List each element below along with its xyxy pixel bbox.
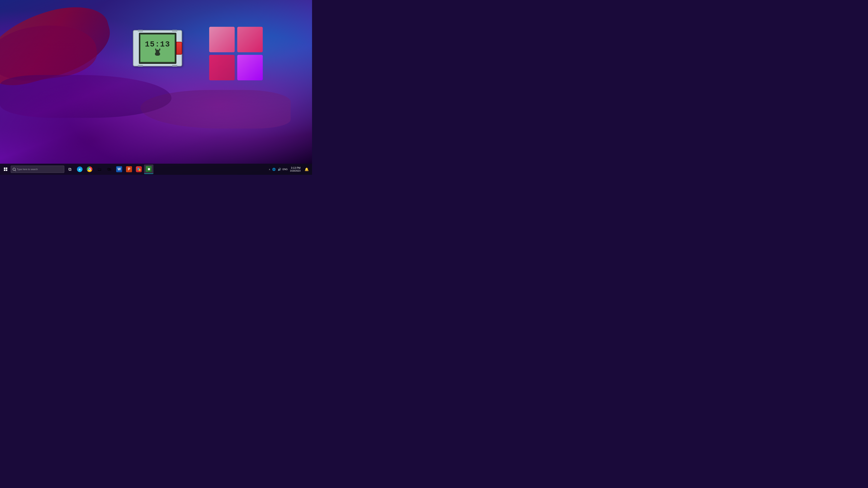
taskbar-icon-green-app[interactable]: ▦ <box>144 165 153 174</box>
search-placeholder-text: Type here to search <box>17 168 38 170</box>
pokemon-clock-widget[interactable]: 15:13 <box>133 30 182 66</box>
start-tile <box>6 167 7 169</box>
start-icon <box>4 167 7 171</box>
clock-clip <box>172 65 177 67</box>
windows-logo-grid <box>209 27 263 80</box>
tray-hidden-icons-area: ∧ <box>268 168 271 170</box>
windows-logo-desktop-icon[interactable] <box>209 27 263 80</box>
clock-clip <box>138 30 143 32</box>
store-icon: 🛍 <box>106 166 112 172</box>
tray-volume-icon[interactable]: 🔊 <box>277 165 282 173</box>
tray-keyboard-icon[interactable]: ENG <box>283 165 287 173</box>
network-icon: 🌐 <box>272 168 276 171</box>
start-button[interactable] <box>1 165 10 174</box>
taskbar-clock[interactable]: 3:13 PM 3/18/2023 <box>288 165 302 174</box>
task-view-icon: ⧉ <box>67 166 73 172</box>
pokemon-sprite <box>154 49 161 56</box>
win-tile-4 <box>237 55 263 80</box>
taskbar-icon-task-view[interactable]: ⧉ <box>65 165 74 174</box>
notification-bell-icon: 🔔 <box>305 167 309 171</box>
search-handle <box>15 170 16 171</box>
clock-red-button[interactable] <box>176 42 182 55</box>
chrome-center-dot <box>89 168 91 170</box>
search-bar[interactable]: Type here to search <box>11 166 64 173</box>
powerpoint-icon: P <box>126 166 132 172</box>
tray-chevron-icon[interactable]: ∧ <box>268 168 271 170</box>
green-app-icon: ▦ <box>146 166 152 172</box>
pokemon-body <box>155 52 160 56</box>
chrome-icon <box>87 166 92 172</box>
keyboard-icon: ENG <box>282 168 288 170</box>
clock-time-display: 15:13 <box>145 41 170 48</box>
desktop-icons-area: 15:13 <box>0 6 312 164</box>
win-tile-2 <box>237 27 263 52</box>
win-tile-1 <box>209 27 235 52</box>
edge-icon: e <box>77 166 83 172</box>
taskbar-icon-powerpoint[interactable]: P <box>124 165 134 174</box>
word-icon: W <box>116 166 122 172</box>
start-tile <box>4 169 5 171</box>
taskbar-icon-file-explorer[interactable]: 🗂 <box>95 165 104 174</box>
taskbar-app-icons: ⧉ e 🗂 🛍 W P 🎭 <box>65 165 153 174</box>
taskbar-icon-chrome[interactable] <box>85 165 94 174</box>
custom-red-app-icon: 🎭 <box>136 166 142 172</box>
clock-screen: 15:13 <box>139 33 176 64</box>
system-tray: ∧ 🌐 🔊 ENG 3:13 PM 3/18/2023 🔔 <box>268 165 311 174</box>
taskbar-icon-custom-red[interactable]: 🎭 <box>134 165 144 174</box>
file-explorer-icon: 🗂 <box>96 166 102 172</box>
volume-icon: 🔊 <box>278 168 281 171</box>
taskbar-icon-word[interactable]: W <box>115 165 124 174</box>
taskbar: Type here to search ⧉ e 🗂 🛍 W <box>0 164 312 175</box>
taskbar-icon-edge[interactable]: e <box>75 165 85 174</box>
tray-network-icon[interactable]: 🌐 <box>272 165 276 173</box>
taskbar-time: 3:13 PM <box>291 166 301 169</box>
notification-center-icon[interactable]: 🔔 <box>303 165 310 174</box>
search-icon <box>13 168 16 171</box>
taskbar-date: 3/18/2023 <box>290 169 301 172</box>
taskbar-icon-store[interactable]: 🛍 <box>104 165 114 174</box>
win-tile-3 <box>209 55 235 80</box>
clock-clip <box>138 65 143 67</box>
start-tile <box>4 167 5 169</box>
start-tile <box>6 169 7 171</box>
clock-display-screen: 15:13 <box>141 34 175 62</box>
clock-clip <box>172 30 177 32</box>
